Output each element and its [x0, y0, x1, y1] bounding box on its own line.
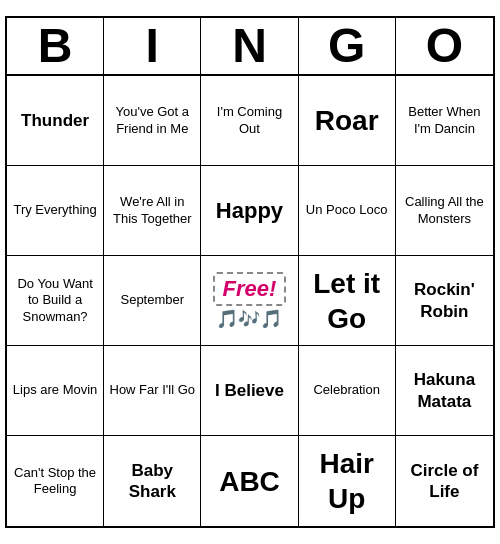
cell-label: Let it Go — [303, 266, 391, 336]
bingo-cell: Calling All the Monsters — [396, 166, 493, 256]
cell-label: ABC — [219, 464, 280, 499]
free-text: Free! — [213, 272, 287, 306]
bingo-cell: We're All in This Together — [104, 166, 201, 256]
bingo-letter: B — [7, 18, 104, 74]
cell-label: Circle of Life — [400, 460, 489, 503]
bingo-cell: Hakuna Matata — [396, 346, 493, 436]
cell-label: Roar — [315, 103, 379, 138]
bingo-cell: Celebration — [299, 346, 396, 436]
bingo-letter: G — [299, 18, 396, 74]
bingo-cell: Rockin' Robin — [396, 256, 493, 346]
cell-label: Calling All the Monsters — [400, 194, 489, 227]
cell-label: Lips are Movin — [13, 382, 98, 398]
bingo-cell: Hair Up — [299, 436, 396, 526]
bingo-cell: Thunder — [7, 76, 104, 166]
bingo-card: BINGO ThunderYou've Got a Friend in MeI'… — [5, 16, 495, 528]
bingo-cell: Try Everything — [7, 166, 104, 256]
cell-label: We're All in This Together — [108, 194, 196, 227]
bingo-cell: I Believe — [201, 346, 298, 436]
bingo-cell: ABC — [201, 436, 298, 526]
cell-label: Try Everything — [13, 202, 96, 218]
bingo-cell: You've Got a Friend in Me — [104, 76, 201, 166]
cell-label: Thunder — [21, 110, 89, 131]
cell-label: September — [120, 292, 184, 308]
free-icons: 🎵🎶🎵 — [216, 308, 282, 330]
cell-label: Better When I'm Dancin — [400, 104, 489, 137]
bingo-cell: September — [104, 256, 201, 346]
bingo-cell: Un Poco Loco — [299, 166, 396, 256]
bingo-letter: N — [201, 18, 298, 74]
bingo-cell: Roar — [299, 76, 396, 166]
cell-label: Baby Shark — [108, 460, 196, 503]
bingo-cell: Happy — [201, 166, 298, 256]
bingo-cell: Better When I'm Dancin — [396, 76, 493, 166]
bingo-cell: Do You Want to Build a Snowman? — [7, 256, 104, 346]
bingo-cell: Let it Go — [299, 256, 396, 346]
cell-label: Hair Up — [303, 446, 391, 516]
cell-label: Rockin' Robin — [400, 279, 489, 322]
bingo-grid: ThunderYou've Got a Friend in MeI'm Comi… — [7, 76, 493, 526]
cell-label: Celebration — [313, 382, 380, 398]
cell-label: Happy — [216, 197, 283, 225]
bingo-cell: Can't Stop the Feeling — [7, 436, 104, 526]
cell-label: You've Got a Friend in Me — [108, 104, 196, 137]
bingo-letter: I — [104, 18, 201, 74]
bingo-cell: Baby Shark — [104, 436, 201, 526]
cell-label: Hakuna Matata — [400, 369, 489, 412]
cell-label: I'm Coming Out — [205, 104, 293, 137]
free-space: Free!🎵🎶🎵 — [213, 272, 287, 330]
cell-label: Un Poco Loco — [306, 202, 388, 218]
bingo-cell: I'm Coming Out — [201, 76, 298, 166]
cell-label: How Far I'll Go — [110, 382, 196, 398]
bingo-letter: O — [396, 18, 493, 74]
bingo-cell: Free!🎵🎶🎵 — [201, 256, 298, 346]
cell-label: Do You Want to Build a Snowman? — [11, 276, 99, 325]
cell-label: I Believe — [215, 380, 284, 401]
bingo-cell: Lips are Movin — [7, 346, 104, 436]
bingo-header: BINGO — [7, 18, 493, 76]
bingo-cell: Circle of Life — [396, 436, 493, 526]
cell-label: Can't Stop the Feeling — [11, 465, 99, 498]
bingo-cell: How Far I'll Go — [104, 346, 201, 436]
